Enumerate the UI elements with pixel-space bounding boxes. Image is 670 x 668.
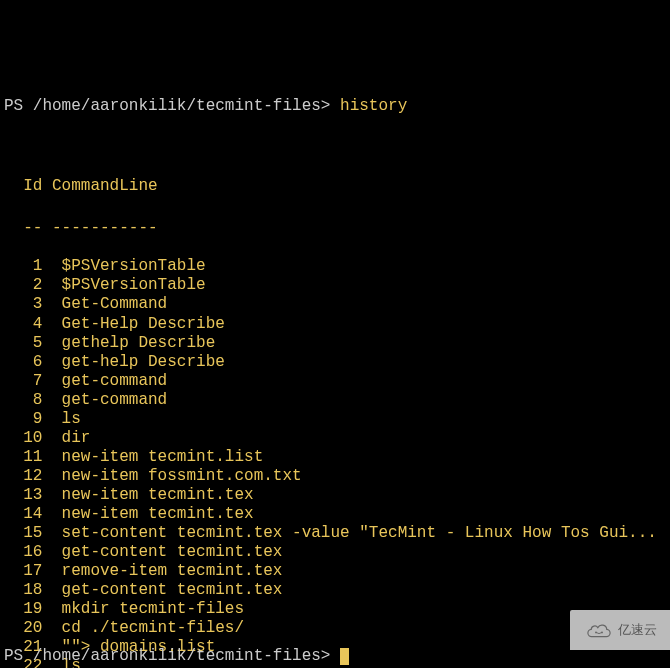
- ps-prompt-prefix: PS: [4, 97, 33, 115]
- history-id: 11: [4, 448, 42, 467]
- entered-command: history: [340, 97, 407, 115]
- history-id: 16: [4, 543, 42, 562]
- history-row: 20 cd ./tecmint-files/: [4, 619, 666, 638]
- history-command: remove-item tecmint.tex: [42, 562, 282, 580]
- history-id: 3: [4, 295, 42, 314]
- history-command: dir: [42, 429, 90, 447]
- history-id: 6: [4, 353, 42, 372]
- history-command: $PSVersionTable: [42, 257, 205, 275]
- history-id: 7: [4, 372, 42, 391]
- history-row: 6 get-help Describe: [4, 353, 666, 372]
- cloud-icon: [584, 619, 614, 641]
- history-command: $PSVersionTable: [42, 276, 205, 294]
- history-id: 1: [4, 257, 42, 276]
- history-id: 12: [4, 467, 42, 486]
- history-row: 4 Get-Help Describe: [4, 315, 666, 334]
- terminal-output[interactable]: PS /home/aaronkilik/tecmint-files> histo…: [0, 76, 670, 668]
- history-row: 8 get-command: [4, 391, 666, 410]
- watermark-text: 亿速云: [618, 622, 657, 637]
- history-header-underline: -------------: [4, 219, 666, 238]
- history-command: Get-Help Describe: [42, 315, 224, 333]
- history-id: 15: [4, 524, 42, 543]
- ps-prompt-path-2: /home/aaronkilik/tecmint-files: [33, 647, 321, 665]
- history-id: 19: [4, 600, 42, 619]
- history-command: Get-Command: [42, 295, 167, 313]
- history-id: 9: [4, 410, 42, 429]
- history-row: 7 get-command: [4, 372, 666, 391]
- history-command: get-command: [42, 372, 167, 390]
- history-id: 17: [4, 562, 42, 581]
- history-command: gethelp Describe: [42, 334, 215, 352]
- ps-prompt-path: /home/aaronkilik/tecmint-files: [33, 97, 321, 115]
- history-row: 12 new-item fossmint.com.txt: [4, 467, 666, 486]
- header-cmdline: CommandLine: [42, 177, 157, 195]
- history-row: 2 $PSVersionTable: [4, 276, 666, 295]
- history-command: get-content tecmint.tex: [42, 581, 282, 599]
- history-command: ls: [42, 410, 80, 428]
- history-id: 20: [4, 619, 42, 638]
- terminal-cursor: [340, 648, 349, 665]
- history-row: 14 new-item tecmint.tex: [4, 505, 666, 524]
- history-id: 18: [4, 581, 42, 600]
- history-row: 1 $PSVersionTable: [4, 257, 666, 276]
- header-cmdline-underline: -----------: [42, 219, 157, 237]
- history-header: IdCommandLine: [4, 177, 666, 196]
- history-row: 9 ls: [4, 410, 666, 429]
- history-command: new-item fossmint.com.txt: [42, 467, 301, 485]
- history-list: 1 $PSVersionTable2 $PSVersionTable3 Get-…: [4, 257, 666, 668]
- history-command: get-command: [42, 391, 167, 409]
- history-id: 5: [4, 334, 42, 353]
- history-row: 5 gethelp Describe: [4, 334, 666, 353]
- history-row: 16 get-content tecmint.tex: [4, 543, 666, 562]
- history-id: 14: [4, 505, 42, 524]
- history-command: new-item tecmint.tex: [42, 486, 253, 504]
- history-id: 13: [4, 486, 42, 505]
- history-row: 19 mkdir tecmint-files: [4, 600, 666, 619]
- history-row: 13 new-item tecmint.tex: [4, 486, 666, 505]
- history-id: 4: [4, 315, 42, 334]
- history-id: 10: [4, 429, 42, 448]
- ps-prompt-prefix-2: PS: [4, 647, 33, 665]
- history-id: 8: [4, 391, 42, 410]
- history-command: new-item tecmint.list: [42, 448, 263, 466]
- history-row: 18 get-content tecmint.tex: [4, 581, 666, 600]
- history-command: cd ./tecmint-files/: [42, 619, 244, 637]
- header-id: Id: [4, 177, 42, 196]
- history-command: new-item tecmint.tex: [42, 505, 253, 523]
- history-command: set-content tecmint.tex -value "TecMint …: [42, 524, 657, 542]
- history-command: get-content tecmint.tex: [42, 543, 282, 561]
- history-command: get-help Describe: [42, 353, 224, 371]
- ps-prompt-sep: >: [321, 97, 340, 115]
- header-id-underline: --: [4, 219, 42, 238]
- history-row: 10 dir: [4, 429, 666, 448]
- prompt-line-2[interactable]: PS /home/aaronkilik/tecmint-files>: [4, 647, 349, 666]
- prompt-line-1: PS /home/aaronkilik/tecmint-files> histo…: [4, 97, 666, 116]
- history-row: 3 Get-Command: [4, 295, 666, 314]
- history-id: 2: [4, 276, 42, 295]
- history-row: 11 new-item tecmint.list: [4, 448, 666, 467]
- history-row: 15 set-content tecmint.tex -value "TecMi…: [4, 524, 666, 543]
- ps-prompt-sep-2: >: [321, 647, 340, 665]
- blank-line: [4, 135, 666, 154]
- watermark-badge: 亿速云: [570, 610, 670, 650]
- history-row: 17 remove-item tecmint.tex: [4, 562, 666, 581]
- history-command: mkdir tecmint-files: [42, 600, 244, 618]
